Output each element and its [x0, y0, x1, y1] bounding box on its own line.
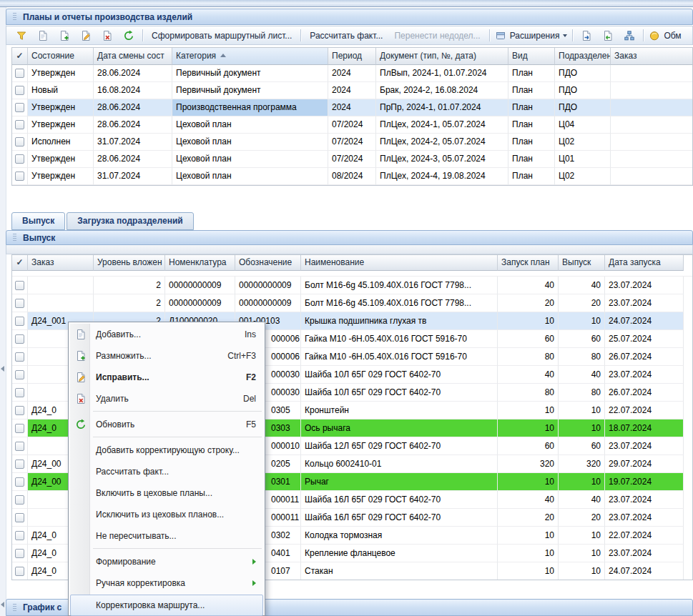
column-header-period[interactable]: Период [328, 48, 376, 65]
row-checkbox[interactable] [15, 120, 24, 129]
calculate-fact-button[interactable]: Рассчитать факт... [304, 28, 388, 44]
menu-item-add-correction-row[interactable]: Добавить корректирующую строку... [70, 439, 263, 461]
column-header-status[interactable]: Состояние [28, 48, 94, 65]
column-header-check[interactable]: ✓ [12, 48, 28, 65]
row-checkbox[interactable] [15, 424, 24, 433]
row-checkbox[interactable] [15, 477, 24, 487]
cell-launch-plan: 10 [498, 562, 559, 580]
menu-item-calculate-fact[interactable]: Рассчитать факт... [70, 461, 263, 482]
row-checkbox[interactable] [15, 281, 24, 290]
edit-document-button[interactable] [75, 28, 97, 44]
row-checkbox[interactable] [15, 172, 24, 181]
column-header-launch-plan[interactable]: Запуск план [498, 255, 559, 271]
move-backlog-button[interactable]: Перенести недодел... [388, 28, 486, 44]
copy-document-button[interactable] [54, 28, 75, 44]
table-row[interactable]: Утвержден28.06.2024Цеховой план07/2024Пл… [12, 151, 692, 168]
exchange-button[interactable]: Обм [647, 28, 683, 44]
row-checkbox[interactable] [15, 154, 24, 164]
row-checkbox[interactable] [15, 442, 24, 451]
column-header-departments[interactable]: Подразделения [555, 48, 611, 65]
splitter-collapse-icon[interactable] [1, 602, 4, 607]
row-checkbox[interactable] [15, 299, 24, 308]
cell-launch-plan: 60 [498, 330, 559, 348]
column-header-launch-date[interactable]: Дата запуска [605, 255, 684, 271]
row-checkbox[interactable] [15, 103, 24, 112]
column-header-name[interactable]: Наименование [301, 255, 498, 271]
table-row[interactable]: 20000000000900000000009Болт М16-6g 45.10… [12, 294, 692, 312]
menu-item-refresh[interactable]: ОбновитьF5 [70, 414, 263, 435]
cell-output: 40 [559, 491, 605, 509]
cell-output: 40 [559, 366, 605, 384]
column-header-category[interactable]: Категория [172, 48, 328, 65]
row-checkbox[interactable] [15, 370, 24, 379]
add-document-button[interactable] [32, 28, 54, 44]
row-checkbox[interactable] [15, 406, 24, 415]
hierarchy-button[interactable] [619, 28, 640, 44]
table-row[interactable]: Утвержден28.06.2024Первичный документ202… [12, 65, 692, 82]
row-checkbox[interactable] [15, 495, 24, 505]
column-header-check[interactable]: ✓ [12, 255, 28, 271]
column-header-document[interactable]: Документ (тип, №, дата) [376, 48, 508, 65]
panel-grip-icon [13, 234, 16, 242]
refresh-button[interactable] [118, 28, 139, 44]
delete-document-button[interactable] [97, 28, 118, 44]
table-row[interactable]: Н4_2 [12, 271, 692, 277]
row-checkbox[interactable] [15, 86, 24, 95]
row-checkbox[interactable] [15, 459, 24, 469]
menu-item-add[interactable]: Добавить...Ins [70, 324, 263, 345]
cell-item-number: 00000000009 [165, 277, 235, 294]
toolbar-separator [300, 29, 301, 41]
row-checkbox[interactable] [15, 513, 24, 522]
column-header-order[interactable]: Заказ [611, 48, 693, 65]
cell-launch-date: 23.07.2024 [605, 277, 684, 294]
tab-department-load[interactable]: Загрузка подразделений [67, 212, 193, 230]
tab-output[interactable]: Выпуск [11, 212, 65, 230]
row-checkbox[interactable] [15, 137, 24, 146]
menu-item-exclude-from-shop-plans[interactable]: Исключить из цеховых планов... [70, 504, 263, 525]
cell-order [28, 277, 94, 294]
cell-check [12, 473, 28, 491]
filter-button[interactable] [11, 28, 32, 44]
exchange-label: Обм [664, 31, 681, 41]
menu-item-delete[interactable]: УдалитьDel [70, 388, 263, 409]
menu-item-label: Удалить [96, 394, 129, 404]
row-checkbox[interactable] [15, 549, 24, 558]
cell-check [12, 455, 28, 473]
menu-item-manual-correction[interactable]: Ручная корректировка [70, 572, 263, 594]
menu-item-include-in-shop-plans[interactable]: Включить в цеховые планы... [70, 482, 263, 504]
row-checkbox[interactable] [15, 69, 24, 78]
menu-item-duplicate[interactable]: Размножить...Ctrl+F3 [70, 345, 263, 367]
export-document-button[interactable] [576, 28, 597, 44]
column-header-designation[interactable]: Обозначение [235, 255, 301, 271]
row-checkbox[interactable] [15, 567, 24, 576]
column-header-level[interactable]: Уровень вложен [94, 255, 165, 271]
table-row[interactable]: Исполнен31.07.2024Цеховой план07/2024ПлЦ… [12, 134, 692, 151]
import-document-button[interactable] [597, 28, 619, 44]
row-checkbox[interactable] [15, 388, 24, 397]
cell-status: Утвержден [28, 99, 94, 116]
row-checkbox[interactable] [15, 352, 24, 362]
column-header-date-changed[interactable]: Дата смены сост [94, 48, 172, 65]
column-header-output[interactable]: Выпуск [559, 255, 605, 271]
table-row[interactable]: Утвержден31.07.2024Цеховой план08/2024Пл… [12, 168, 692, 185]
table-row[interactable]: 20000000000900000000009Болт М16-6g 45.10… [12, 277, 692, 294]
row-checkbox[interactable] [15, 334, 24, 344]
form-route-sheet-button[interactable]: Сформировать маршрутный лист... [146, 28, 298, 44]
window-top-strip [0, 0, 693, 7]
menu-item-do-not-recalculate[interactable]: Не пересчитывать... [70, 525, 263, 547]
splitter-collapse-icon[interactable] [1, 366, 4, 372]
table-row[interactable]: Утвержден28.06.2024Цеховой план07/2024Пл… [12, 116, 692, 134]
cell-name: Ось рычага [301, 419, 498, 437]
row-checkbox[interactable] [15, 531, 24, 540]
menu-item-formation[interactable]: Формирование [70, 551, 263, 572]
menu-item-edit[interactable]: Исправить...F2 [70, 367, 263, 388]
column-header-order[interactable]: Заказ [28, 255, 94, 271]
cell-level: 2 [94, 294, 165, 312]
column-header-kind[interactable]: Вид [508, 48, 555, 65]
table-row[interactable]: Утвержден28.06.2024Производственная прог… [12, 99, 692, 116]
extensions-button[interactable]: Расширения [493, 28, 570, 44]
table-row[interactable]: Новый16.08.2024Первичный документ2024Бра… [12, 82, 692, 99]
row-checkbox[interactable] [15, 317, 24, 326]
column-header-item-number[interactable]: Номенклатура [165, 255, 235, 271]
menu-item-route-correction[interactable]: Корректировка маршрута... [70, 595, 263, 616]
